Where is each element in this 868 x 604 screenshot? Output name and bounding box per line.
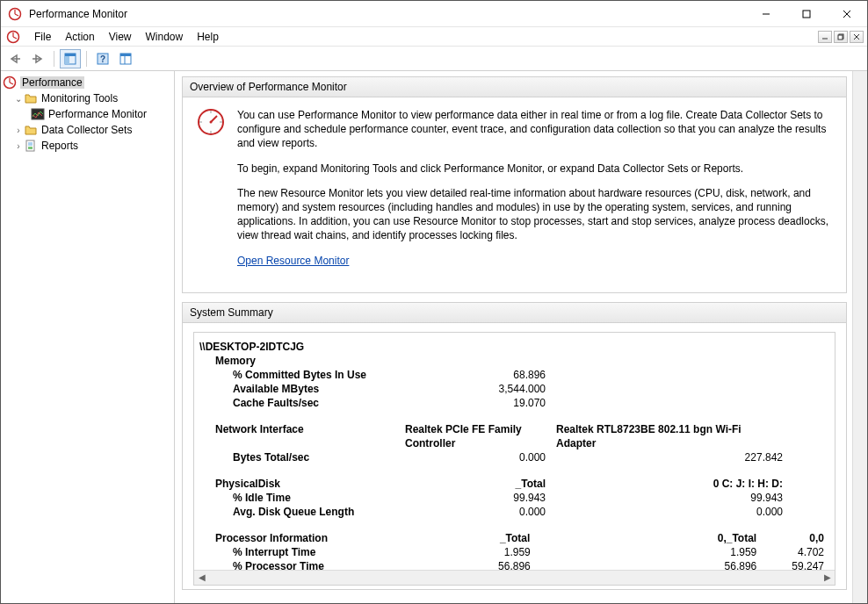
tree-node-performance-monitor[interactable]: Performance Monitor xyxy=(1,106,174,122)
perfmon-large-icon xyxy=(197,108,225,136)
overview-panel: Overview of Performance Monitor xyxy=(182,76,847,293)
expander-closed-icon[interactable]: › xyxy=(13,141,24,151)
perfmon-icon xyxy=(3,76,17,90)
counter-label: Cache Faults/sec xyxy=(194,396,405,410)
column-header: 0,_Total xyxy=(540,531,767,545)
tree-node-performance[interactable]: Performance xyxy=(1,75,174,90)
tree-label: Performance Monitor xyxy=(48,108,147,120)
vertical-scrollbar[interactable] xyxy=(852,71,867,603)
counter-value: 99.943 xyxy=(556,491,793,505)
counter-label: % Processor Time xyxy=(194,559,397,570)
counter-value: 56.896 xyxy=(541,559,768,570)
counter-value: 59.247 xyxy=(767,559,835,570)
folder-icon xyxy=(24,91,38,105)
content-pane: Overview of Performance Monitor xyxy=(175,71,867,603)
app-icon-small xyxy=(6,30,20,44)
nav-back-button[interactable] xyxy=(4,49,25,68)
horizontal-scrollbar[interactable]: ◀ ▶ xyxy=(194,570,835,585)
titlebar: Performance Monitor xyxy=(1,1,867,27)
svg-rect-4 xyxy=(803,11,810,18)
svg-text:?: ? xyxy=(100,54,105,64)
counter-value: 19.070 xyxy=(405,396,556,410)
system-summary-panel: System Summary \\DESKTOP-2IDTCJG Memory … xyxy=(182,302,847,590)
summary-scroll: \\DESKTOP-2IDTCJG Memory % Committed Byt… xyxy=(193,332,835,586)
counter-value: 68.896 xyxy=(405,368,556,382)
counter-value: 0.000 xyxy=(556,505,793,519)
counter-value: 1.959 xyxy=(541,545,768,559)
tree-label: Data Collector Sets xyxy=(41,124,132,136)
tree-node-reports[interactable]: › Reports xyxy=(1,138,174,154)
tree-label: Monitoring Tools xyxy=(41,92,118,104)
menu-file[interactable]: File xyxy=(27,27,58,46)
system-summary-body: \\DESKTOP-2IDTCJG Memory % Committed Byt… xyxy=(183,323,846,589)
counter-value: 3,544.000 xyxy=(405,382,556,396)
overview-text: You can use Performance Monitor to view … xyxy=(237,108,832,278)
report-icon xyxy=(24,139,38,153)
section-memory: Memory xyxy=(194,354,405,368)
toolbar-separator xyxy=(54,51,54,67)
counter-value: 4.702 xyxy=(767,545,835,559)
toolbar: ? xyxy=(1,47,867,71)
chart-icon xyxy=(31,107,45,121)
client-area: Performance ⌄ Monitoring Tools Performan… xyxy=(1,71,867,603)
column-header: Realtek PCIe FE Family Controller xyxy=(405,422,556,450)
counter-value: 0.000 xyxy=(405,505,556,519)
svg-rect-19 xyxy=(65,54,76,56)
counter-value: 0.000 xyxy=(405,450,556,464)
counter-label: Bytes Total/sec xyxy=(194,450,405,464)
section-network: Network Interface xyxy=(194,422,405,450)
counter-value: 56.896 xyxy=(397,559,541,570)
scroll-left-arrow[interactable]: ◀ xyxy=(194,570,209,585)
counter-value: 99.943 xyxy=(405,491,556,505)
summary-content: \\DESKTOP-2IDTCJG Memory % Committed Byt… xyxy=(194,333,835,570)
close-button[interactable] xyxy=(827,1,867,26)
section-physicaldisk: PhysicalDisk xyxy=(194,477,405,491)
open-resource-monitor-link[interactable]: Open Resource Monitor xyxy=(237,255,349,267)
svg-rect-32 xyxy=(28,147,33,149)
counter-label: Avg. Disk Queue Length xyxy=(194,505,405,519)
scroll-right-arrow[interactable]: ▶ xyxy=(820,570,835,585)
counter-label: % Idle Time xyxy=(194,491,405,505)
menubar: File Action View Window Help xyxy=(1,27,226,46)
mdi-minimize-button[interactable] xyxy=(818,31,832,43)
svg-rect-12 xyxy=(838,35,843,40)
column-header: 0,0 xyxy=(767,531,835,545)
tree-node-monitoring-tools[interactable]: ⌄ Monitoring Tools xyxy=(1,90,174,106)
host-label: \\DESKTOP-2IDTCJG xyxy=(194,340,405,354)
minimize-button[interactable] xyxy=(746,1,786,26)
menubar-row: File Action View Window Help xyxy=(1,27,867,47)
overview-body: You can use Performance Monitor to view … xyxy=(183,97,846,292)
content-scroll[interactable]: Overview of Performance Monitor xyxy=(175,71,852,603)
overview-header: Overview of Performance Monitor xyxy=(183,77,846,97)
column-header: Realtek RTL8723BE 802.11 bgn Wi-Fi Adapt… xyxy=(556,422,793,450)
expander-open-icon[interactable]: ⌄ xyxy=(13,94,24,104)
tree-label: Performance xyxy=(20,76,84,89)
tree-node-data-collector-sets[interactable]: › Data Collector Sets xyxy=(1,122,174,138)
overview-paragraph: The new Resource Monitor lets you view d… xyxy=(237,186,832,243)
window-controls xyxy=(746,1,867,26)
svg-point-36 xyxy=(210,121,213,124)
window-title: Performance Monitor xyxy=(29,8,746,20)
maximize-button[interactable] xyxy=(786,1,827,26)
mdi-restore-button[interactable] xyxy=(834,31,848,43)
svg-rect-29 xyxy=(26,140,34,151)
overview-paragraph: You can use Performance Monitor to view … xyxy=(237,108,832,151)
mdi-close-button[interactable] xyxy=(850,31,864,43)
nav-forward-button[interactable] xyxy=(27,49,48,68)
menu-view[interactable]: View xyxy=(102,27,139,46)
properties-button[interactable] xyxy=(115,49,136,68)
tree-label: Reports xyxy=(41,140,78,152)
mdi-controls xyxy=(818,27,867,46)
menu-action[interactable]: Action xyxy=(58,27,101,46)
show-tree-button[interactable] xyxy=(60,49,81,68)
column-header: 0 C: J: I: H: D: xyxy=(556,477,793,491)
overview-paragraph: To begin, expand Monitoring Tools and cl… xyxy=(237,162,832,176)
nav-tree[interactable]: Performance ⌄ Monitoring Tools Performan… xyxy=(1,71,175,603)
menu-help[interactable]: Help xyxy=(190,27,226,46)
app-icon xyxy=(8,7,22,21)
column-header: _Total xyxy=(405,477,556,491)
expander-closed-icon[interactable]: › xyxy=(13,126,24,135)
help-button[interactable]: ? xyxy=(92,49,113,68)
menu-window[interactable]: Window xyxy=(139,27,191,46)
svg-rect-23 xyxy=(120,54,131,56)
